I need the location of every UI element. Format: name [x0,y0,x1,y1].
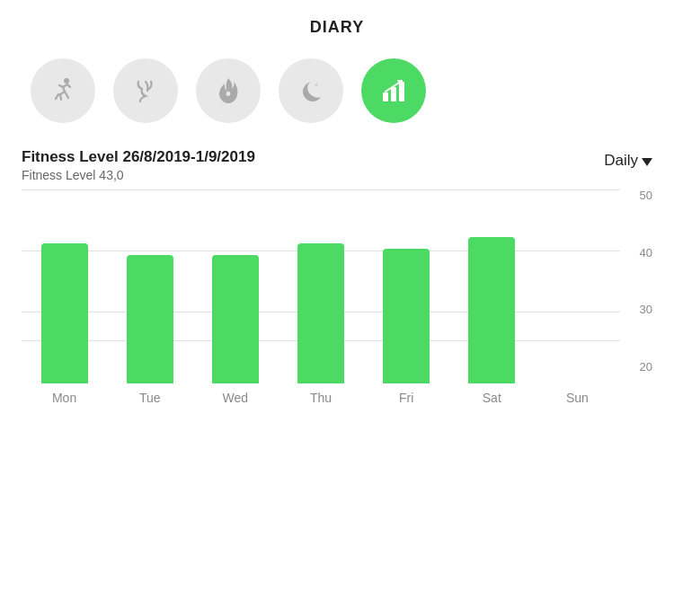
bar-label-fri: Fri [399,391,413,405]
bar-label-wed: Wed [223,391,249,405]
bar-label-tue: Tue [139,391,161,405]
bar-label-mon: Mon [52,391,76,405]
bar-label-sat: Sat [483,391,501,405]
sleep-icon: + [295,75,327,107]
chart-inner: MonTueWedThuFriSatSun 50 40 30 20 [22,189,652,405]
dropdown-label: Daily [604,152,638,170]
y-label-30: 30 [620,304,652,315]
svg-point-0 [64,78,69,84]
run-icon [47,75,79,107]
bar-col-mon: Mon [22,189,107,405]
fitness-level-icon-button[interactable] [361,58,426,123]
svg-rect-2 [383,92,388,101]
bar-col-fri: Fri [364,189,449,405]
y-label-40: 40 [620,247,652,259]
page-container: DIARY [0,0,674,405]
chart-header: Fitness Level 26/8/2019-1/9/2019 Fitness… [22,148,652,182]
chart-bars-container: MonTueWedThuFriSatSun [22,189,620,405]
bar-label-sun: Sun [566,391,589,405]
chart-area: MonTueWedThuFriSatSun 50 40 30 20 [22,189,652,405]
nutrition-icon [129,75,162,107]
bar-col-sat: Sat [449,189,535,405]
fire-icon [212,75,244,107]
chart-icon [377,75,410,107]
icon-row: + [22,58,652,123]
run-icon-button[interactable] [31,58,95,123]
y-label-20: 20 [620,361,652,373]
dropdown-arrow-icon [642,158,652,166]
y-axis: 50 40 30 20 [620,189,652,405]
bar-fri [383,249,430,383]
y-label-50: 50 [620,189,652,201]
bar-label-thu: Thu [310,391,332,405]
bar-tue [127,255,173,383]
bar-col-wed: Wed [192,189,278,405]
chart-title: Fitness Level 26/8/2019-1/9/2019 [22,148,255,166]
bar-sat [468,237,515,383]
bar-col-thu: Thu [278,189,363,405]
daily-dropdown[interactable]: Daily [604,152,652,170]
nutrition-icon-button[interactable] [113,58,178,123]
fire-icon-button[interactable] [196,58,261,123]
bar-col-sun: Sun [535,189,620,405]
svg-rect-3 [391,87,396,101]
bar-col-tue: Tue [107,189,192,405]
sleep-icon-button[interactable]: + [279,58,343,123]
chart-subtitle: Fitness Level 43,0 [22,168,255,182]
bar-mon [41,243,88,383]
svg-text:+: + [315,82,318,88]
bar-thu [297,243,344,383]
bars-row: MonTueWedThuFriSatSun [22,189,620,405]
page-title: DIARY [22,18,652,37]
bar-wed [212,255,259,383]
chart-title-block: Fitness Level 26/8/2019-1/9/2019 Fitness… [22,148,255,182]
